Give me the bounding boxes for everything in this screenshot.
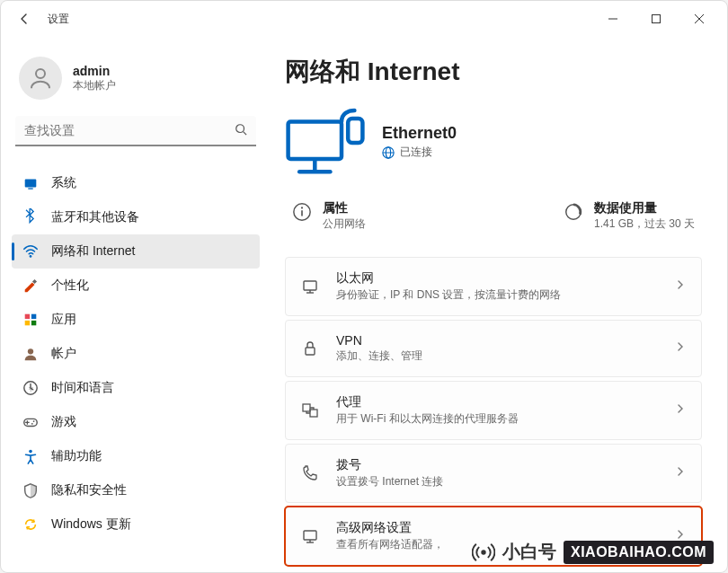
usage-sub: 1.41 GB，过去 30 天 (594, 216, 695, 232)
network-status: Ethernet0 已连接 (285, 107, 702, 177)
usage-title: 数据使用量 (594, 200, 695, 216)
chevron-right-icon (674, 402, 687, 419)
nav-item-account[interactable]: 帐户 (12, 337, 260, 371)
nav-item-update[interactable]: Windows 更新 (12, 507, 260, 542)
svg-rect-35 (303, 404, 310, 411)
data-usage-icon (564, 202, 583, 222)
card-sub: 查看所有网络适配器， (336, 537, 658, 552)
dialup-icon (300, 463, 320, 483)
privacy-icon (22, 482, 39, 498)
svg-rect-36 (310, 410, 317, 417)
nav-label: Windows 更新 (51, 516, 131, 533)
svg-rect-5 (25, 180, 37, 188)
apps-icon (22, 312, 39, 328)
svg-rect-31 (304, 281, 316, 290)
user-block[interactable]: admin 本地帐户 (12, 46, 260, 116)
svg-point-18 (31, 423, 33, 425)
connection-name: Ethernet0 (382, 124, 457, 143)
nav-item-privacy[interactable]: 隐私和安全性 (12, 473, 260, 507)
vpn-icon (300, 339, 320, 358)
chevron-right-icon (674, 340, 687, 357)
nav-label: 蓝牙和其他设备 (51, 209, 139, 225)
card-sub: 身份验证，IP 和 DNS 设置，按流量计费的网络 (336, 287, 658, 303)
close-button[interactable] (679, 4, 720, 33)
back-button[interactable] (8, 3, 40, 35)
minimize-button[interactable] (592, 4, 634, 33)
svg-rect-20 (289, 122, 342, 159)
svg-line-4 (244, 132, 247, 136)
svg-rect-12 (31, 321, 36, 325)
accessibility-icon (22, 448, 39, 464)
nav-label: 系统 (51, 175, 76, 191)
card-title: VPN (336, 333, 658, 348)
svg-point-7 (30, 255, 32, 258)
update-icon (22, 516, 39, 533)
page-title: 网络和 Internet (285, 55, 702, 89)
nav-label: 隐私和安全性 (51, 482, 127, 498)
nav-item-wifi[interactable]: 网络和 Internet (12, 234, 260, 269)
card-title: 拨号 (336, 457, 658, 473)
svg-rect-9 (25, 314, 30, 319)
account-icon (22, 346, 39, 362)
properties-button[interactable]: 属性 公用网络 (292, 200, 366, 232)
card-vpn[interactable]: VPN 添加、连接、管理 (285, 320, 702, 377)
connection-status: 已连接 (400, 145, 432, 160)
card-sub: 用于 Wi-Fi 和以太网连接的代理服务器 (336, 411, 658, 427)
user-name: admin (73, 64, 116, 78)
data-usage-button[interactable]: 数据使用量 1.41 GB，过去 30 天 (564, 200, 695, 232)
nav-item-system[interactable]: 系统 (12, 166, 260, 200)
svg-rect-11 (25, 321, 30, 325)
card-proxy[interactable]: 代理 用于 Wi-Fi 和以太网连接的代理服务器 (285, 381, 702, 440)
svg-rect-23 (348, 119, 362, 143)
avatar (19, 57, 62, 100)
nav-label: 网络和 Internet (51, 243, 135, 260)
card-ethernet[interactable]: 以太网 身份验证，IP 和 DNS 设置，按流量计费的网络 (285, 257, 702, 316)
nav-label: 个性化 (51, 278, 89, 294)
nav-item-bluetooth[interactable]: 蓝牙和其他设备 (12, 200, 260, 234)
card-advanced[interactable]: 高级网络设置 查看所有网络适配器， (285, 507, 702, 566)
search-icon (235, 123, 247, 139)
svg-point-19 (29, 450, 32, 454)
card-dialup[interactable]: 拨号 设置拨号 Internet 连接 (285, 444, 702, 503)
arrow-left-icon (17, 12, 31, 26)
nav-label: 时间和语言 (51, 380, 114, 396)
nav-label: 应用 (51, 312, 76, 328)
globe-icon (382, 146, 395, 159)
nav-item-personalize[interactable]: 个性化 (12, 269, 260, 303)
sidebar: admin 本地帐户 系统蓝牙和其他设备网络和 Internet个性化应用帐户字… (1, 37, 271, 572)
nav-item-accessibility[interactable]: 辅助功能 (12, 439, 260, 473)
svg-rect-34 (306, 348, 315, 355)
person-icon (27, 65, 54, 92)
titlebar: 设置 (1, 1, 727, 37)
svg-point-17 (33, 420, 35, 422)
search-box (15, 116, 256, 146)
bluetooth-icon (22, 209, 39, 225)
card-sub: 添加、连接、管理 (336, 348, 658, 364)
svg-rect-1 (653, 15, 661, 23)
nav-item-games[interactable]: 游戏 (12, 405, 260, 439)
svg-point-3 (236, 125, 244, 133)
card-sub: 设置拨号 Internet 连接 (336, 474, 658, 489)
nav-item-apps[interactable]: 应用 (12, 303, 260, 337)
nav-item-time[interactable]: 字时间和语言 (12, 371, 260, 405)
window-title: 设置 (48, 12, 69, 27)
content: 网络和 Internet Ethernet0 已连接 (271, 37, 727, 572)
svg-rect-6 (28, 188, 32, 189)
svg-rect-37 (304, 531, 316, 540)
user-type: 本地帐户 (73, 78, 116, 93)
svg-rect-8 (32, 279, 37, 284)
search-input[interactable] (15, 116, 256, 146)
computer-network-icon (285, 107, 366, 177)
time-icon: 字 (22, 380, 39, 396)
svg-point-13 (28, 348, 33, 354)
personalize-icon (22, 278, 39, 294)
proxy-icon (300, 401, 320, 420)
maximize-button[interactable] (635, 4, 677, 33)
card-title: 高级网络设置 (336, 520, 658, 536)
chevron-right-icon (674, 278, 687, 295)
card-title: 代理 (336, 394, 658, 410)
svg-point-29 (301, 207, 303, 208)
system-icon (22, 175, 39, 191)
chevron-right-icon (674, 465, 687, 481)
svg-text:字: 字 (29, 386, 33, 392)
